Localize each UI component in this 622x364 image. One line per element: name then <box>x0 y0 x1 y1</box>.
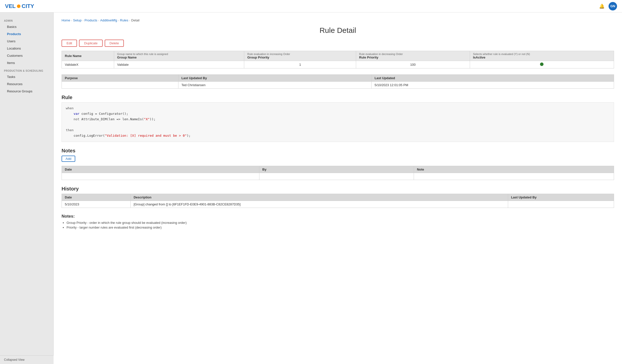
col-notes-note: Note <box>414 166 614 173</box>
code-line-logerror: config.LogError("Validation: [X] require… <box>66 133 610 138</box>
breadcrumb-home[interactable]: Home <box>62 18 70 22</box>
notes-table: Date By Note <box>62 166 614 180</box>
col-history-desc: Description <box>131 194 508 201</box>
col-rule-name: Rule Name <box>62 51 114 61</box>
sidebar-item-tasks[interactable]: Tasks <box>0 73 53 80</box>
cell-notes-date-empty <box>62 173 259 180</box>
edit-button[interactable]: Edit <box>62 40 77 47</box>
logo-vel: VEL <box>5 3 16 9</box>
breadcrumb: Home › Setup › Products › AdditiveMfg › … <box>62 18 614 22</box>
notes-table-wrap: Date By Note <box>62 166 614 180</box>
prod-section-label: PRODUCTION & SCHEDULING <box>0 66 53 73</box>
notes-empty-row <box>62 173 614 180</box>
notes-bottom: Notes: Group Priority - order in which t… <box>62 214 614 229</box>
add-note-button[interactable]: Add <box>62 156 75 162</box>
admin-section-label: ADMIN <box>0 16 53 23</box>
delete-button[interactable]: Delete <box>105 40 124 47</box>
notes-section-title: Notes <box>62 148 614 154</box>
breadcrumb-sep-1: › <box>71 19 72 22</box>
cell-history-desc: [Group] changed from [] to [6F1EF1FD-E0E… <box>131 201 508 208</box>
notes-bottom-item-2: Priority - larger number rules are evalu… <box>67 226 614 229</box>
cell-notes-by-empty <box>259 173 414 180</box>
rule-section-title: Rule <box>62 95 614 100</box>
breadcrumb-products[interactable]: Products <box>84 18 97 22</box>
header: VELCITY 🔔 GN <box>0 0 622 12</box>
col-notes-by: By <box>259 166 414 173</box>
cell-notes-note-empty <box>414 173 614 180</box>
active-indicator <box>540 62 544 66</box>
breadcrumb-additivemfg[interactable]: AdditiveMfg <box>100 18 117 22</box>
col-history-updated-by: Last Updated By <box>508 194 614 201</box>
rule-section: Rule when var config = Configurator(); n… <box>62 95 614 142</box>
code-line-var: var config = Configurator(); <box>66 111 610 117</box>
notes-bottom-title: Notes: <box>62 214 614 219</box>
rule-table: Rule Name Group name to which this rule … <box>62 51 614 68</box>
code-line-then: then <box>66 127 610 133</box>
page-title: Rule Detail <box>62 26 614 35</box>
sidebar-item-customers[interactable]: Customers <box>0 52 53 59</box>
col-purpose: Purpose <box>62 75 178 82</box>
bell-icon[interactable]: 🔔 <box>599 3 605 9</box>
col-group-name: Group name to which this rule is assigne… <box>114 51 244 61</box>
notes-section: Notes Add Date By Note <box>62 148 614 180</box>
breadcrumb-setup[interactable]: Setup <box>73 18 81 22</box>
collapsed-view[interactable]: Collapsed View <box>0 355 54 364</box>
col-group-priority: Rule evaluation in increasing Order Grou… <box>244 51 356 61</box>
action-buttons: Edit Duplicate Delete <box>62 40 614 47</box>
breadcrumb-rules[interactable]: Rules <box>120 18 128 22</box>
col-notes-date: Date <box>62 166 259 173</box>
sidebar-item-users[interactable]: Users <box>0 38 53 45</box>
cell-purpose <box>62 82 178 89</box>
history-section-title: History <box>62 186 614 192</box>
col-last-updated: Last Updated <box>371 75 614 82</box>
cell-is-active <box>470 61 614 68</box>
cell-purpose-updated-by: Ted Christiansen <box>178 82 371 89</box>
cell-history-date: 5/10/2023 <box>62 201 131 208</box>
breadcrumb-current: Detail <box>131 18 140 22</box>
col-last-updated-by: Last Updated By <box>178 75 371 82</box>
layout: ADMIN Basics Products Users Locations Cu… <box>0 12 622 364</box>
sidebar-item-products[interactable]: Products <box>0 30 53 38</box>
logo-circle-icon <box>17 4 20 8</box>
main-content: Home › Setup › Products › AdditiveMfg › … <box>54 12 622 364</box>
sidebar-item-items[interactable]: Items <box>0 59 53 66</box>
cell-rule-name: ValidateX <box>62 61 114 68</box>
cell-group-name: Validate <box>114 61 244 68</box>
breadcrumb-sep-2: › <box>82 19 83 22</box>
notes-bottom-item-1: Group Priority - order in which the rule… <box>67 221 614 225</box>
breadcrumb-sep-3: › <box>98 19 99 22</box>
avatar[interactable]: GN <box>609 2 617 10</box>
rule-table-wrap: Rule Name Group name to which this rule … <box>62 51 614 68</box>
cell-history-updated-by <box>508 201 614 208</box>
sidebar-item-basics[interactable]: Basics <box>0 23 53 30</box>
code-line-when: when <box>66 106 610 111</box>
notes-add-row: Add <box>62 156 614 162</box>
col-rule-priority: Rule evaluation in decreasing Order Rule… <box>356 51 470 61</box>
purpose-row: Ted Christiansen 5/10/2023 12:01:05 PM <box>62 82 614 89</box>
rule-code-block: when var config = Configurator(); not At… <box>62 102 614 142</box>
duplicate-button[interactable]: Duplicate <box>79 40 102 47</box>
col-history-date: Date <box>62 194 131 201</box>
sidebar-item-resources[interactable]: Resources <box>0 80 53 88</box>
purpose-table: Purpose Last Updated By Last Updated Ted… <box>62 74 614 89</box>
cell-rule-priority: 100 <box>356 61 470 68</box>
history-row: 5/10/2023 [Group] changed from [] to [6F… <box>62 201 614 208</box>
cell-purpose-updated: 5/10/2023 12:01:05 PM <box>371 82 614 89</box>
sidebar-item-resource-groups[interactable]: Resource Groups <box>0 88 53 95</box>
breadcrumb-sep-4: › <box>118 19 119 22</box>
purpose-table-wrap: Purpose Last Updated By Last Updated Ted… <box>62 74 614 89</box>
logo-city: CITY <box>22 3 34 9</box>
breadcrumb-sep-5: › <box>129 19 130 22</box>
notes-bottom-list: Group Priority - order in which the rule… <box>62 221 614 229</box>
history-table: Date Description Last Updated By 5/10/20… <box>62 194 614 208</box>
table-row: ValidateX Validate 1 100 <box>62 61 614 68</box>
logo: VELCITY <box>5 3 34 9</box>
sidebar: ADMIN Basics Products Users Locations Cu… <box>0 12 54 364</box>
header-right: 🔔 GN <box>599 2 617 10</box>
code-line-blank <box>66 122 610 127</box>
code-line-not: not Attribute_DIM(len => len.NameIs("X")… <box>66 117 610 122</box>
history-section: History Date Description Last Updated By… <box>62 186 614 208</box>
sidebar-item-locations[interactable]: Locations <box>0 45 53 52</box>
cell-group-priority: 1 <box>244 61 356 68</box>
col-is-active: Selects whether rule is evaluated (Y) or… <box>470 51 614 61</box>
